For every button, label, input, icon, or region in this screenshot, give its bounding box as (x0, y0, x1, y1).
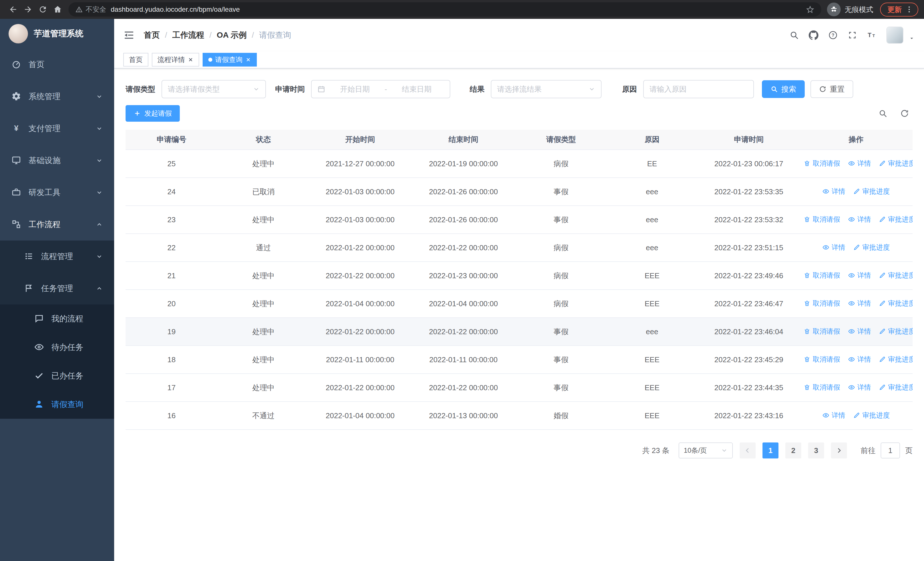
cancel-action-link[interactable]: 取消请假 (804, 271, 840, 280)
cancel-action-link[interactable]: 取消请假 (804, 355, 840, 364)
table-row[interactable]: 23处理中2022-01-03 00:00:002022-01-26 00:00… (126, 206, 913, 234)
sidebar-item-payment[interactable]: ¥ 支付管理 (0, 113, 114, 144)
sidebar-item-process-mgmt[interactable]: 流程管理 (0, 241, 114, 272)
next-page-button[interactable] (831, 442, 847, 459)
end-date-input[interactable]: 结束日期 (389, 84, 444, 94)
detail-action-link[interactable]: 详情 (848, 215, 871, 224)
table-row[interactable]: 24已取消2022-01-03 00:00:002022-01-26 00:00… (126, 177, 913, 206)
tab-home[interactable]: 首页 (123, 53, 148, 66)
reason-input[interactable] (643, 80, 754, 98)
sidebar-item-task-mgmt[interactable]: 任务管理 (0, 272, 114, 304)
cell-status: 处理中 (218, 150, 309, 177)
prev-page-button[interactable] (740, 442, 756, 459)
detail-action-link[interactable]: 详情 (848, 159, 871, 168)
progress-action-link[interactable]: 审批进度 (853, 411, 890, 420)
start-date-input[interactable]: 开始日期 (328, 84, 382, 94)
page-size-select[interactable]: 10条/页 (679, 442, 733, 459)
table-row[interactable]: 22通过2022-01-22 00:00:002022-01-22 00:00:… (126, 234, 913, 262)
github-icon[interactable] (809, 30, 818, 40)
create-leave-button[interactable]: 发起请假 (126, 105, 180, 122)
detail-action-link[interactable]: 详情 (822, 187, 845, 196)
topbar-actions: ? TT (789, 27, 915, 44)
table-row[interactable]: 20处理中2022-01-04 00:00:002022-01-04 00:00… (126, 290, 913, 317)
sidebar-item-devtools[interactable]: 研发工具 (0, 176, 114, 209)
search-button[interactable]: 搜索 (762, 80, 805, 98)
home-icon[interactable] (50, 2, 65, 17)
progress-action-link[interactable]: 审批进度 (879, 271, 913, 280)
progress-action-link[interactable]: 审批进度 (853, 187, 890, 196)
url-bar[interactable]: 不安全 dashboard.yudao.iocoder.cn/bpm/oa/le… (69, 2, 821, 17)
leave-type-select[interactable]: 请选择请假类型 (162, 80, 266, 98)
progress-action-link[interactable]: 审批进度 (879, 383, 913, 392)
breadcrumb-workflow[interactable]: 工作流程 (172, 30, 204, 41)
progress-action-link[interactable]: 审批进度 (853, 243, 890, 252)
security-indicator[interactable]: 不安全 (75, 5, 106, 14)
detail-action-link[interactable]: 详情 (822, 243, 845, 252)
close-icon[interactable] (188, 57, 194, 63)
back-icon[interactable] (6, 2, 21, 17)
detail-action-link[interactable]: 详情 (848, 299, 871, 308)
progress-action-link[interactable]: 审批进度 (879, 299, 913, 308)
close-icon[interactable] (245, 57, 251, 63)
font-size-icon[interactable]: TT (867, 30, 877, 40)
cell-apply-id: 25 (126, 150, 218, 177)
page-button-1[interactable]: 1 (762, 442, 778, 459)
breadcrumb-home[interactable]: 首页 (144, 30, 160, 41)
help-icon[interactable]: ? (828, 30, 838, 40)
sidebar-item-my-process[interactable]: 我的流程 (0, 304, 114, 333)
page-button-2[interactable]: 2 (785, 442, 801, 459)
page-jump-input[interactable] (880, 442, 900, 459)
forward-icon[interactable] (21, 2, 35, 17)
progress-action-link[interactable]: 审批进度 (879, 215, 913, 224)
result-select[interactable]: 请选择流结果 (491, 80, 602, 98)
tab-leave-query[interactable]: 请假查询 (202, 53, 257, 66)
detail-action-link[interactable]: 详情 (848, 355, 871, 364)
app-logo[interactable]: 芋道管理系统 (0, 19, 114, 48)
date-range-picker[interactable]: 开始日期 - 结束日期 (311, 80, 450, 98)
flag-icon (24, 283, 34, 294)
sidebar-item-leave-query[interactable]: 请假查询 (0, 390, 114, 419)
sidebar-item-system[interactable]: 系统管理 (0, 81, 114, 113)
page-button-3[interactable]: 3 (808, 442, 824, 459)
cancel-action-link[interactable]: 取消请假 (804, 299, 840, 308)
cancel-action-link[interactable]: 取消请假 (804, 327, 840, 336)
bookmark-star-icon[interactable] (806, 5, 814, 14)
sidebar-item-workflow[interactable]: 工作流程 (0, 209, 114, 241)
cell-start-time: 2022-01-04 00:00:00 (309, 402, 411, 430)
reload-icon[interactable] (35, 2, 50, 17)
detail-action-link[interactable]: 详情 (848, 271, 871, 280)
collapse-sidebar-icon[interactable] (123, 29, 135, 41)
cancel-action-link[interactable]: 取消请假 (804, 215, 840, 224)
cancel-action-link[interactable]: 取消请假 (804, 383, 840, 392)
tab-process-detail[interactable]: 流程详情 (152, 53, 199, 66)
reset-button[interactable]: 重置 (810, 80, 853, 98)
table-row[interactable]: 17处理中2022-01-22 00:00:002022-01-22 00:00… (126, 374, 913, 402)
progress-action-link[interactable]: 审批进度 (879, 327, 913, 336)
search-icon[interactable] (789, 30, 799, 40)
table-row[interactable]: 18处理中2022-01-11 00:00:002022-01-11 00:00… (126, 346, 913, 374)
sidebar-item-todo-tasks[interactable]: 待办任务 (0, 333, 114, 362)
toggle-search-icon[interactable] (878, 109, 888, 118)
table-row[interactable]: 16不通过2022-01-04 00:00:002022-01-13 00:00… (126, 402, 913, 430)
table-row[interactable]: 21处理中2022-01-22 00:00:002022-01-23 00:00… (126, 262, 913, 290)
caret-down-icon[interactable] (909, 35, 915, 44)
fullscreen-icon[interactable] (848, 30, 857, 40)
breadcrumb-oa-example[interactable]: OA 示例 (217, 30, 247, 41)
sidebar-item-done-tasks[interactable]: 已办任务 (0, 362, 114, 390)
sidebar-item-infra[interactable]: 基础设施 (0, 144, 114, 176)
page-unit-label: 页 (905, 445, 913, 456)
detail-action-link[interactable]: 详情 (848, 327, 871, 336)
progress-action-link[interactable]: 审批进度 (879, 355, 913, 364)
refresh-icon[interactable] (900, 109, 909, 118)
update-chip[interactable]: 更新 (880, 3, 918, 17)
progress-action-link[interactable]: 审批进度 (879, 159, 913, 168)
cell-apply-time: 2022-01-22 23:43:16 (698, 402, 800, 430)
table-row[interactable]: 19处理中2022-01-22 00:00:002022-01-22 00:00… (126, 317, 913, 346)
cancel-action-link[interactable]: 取消请假 (804, 159, 840, 168)
sidebar-item-home[interactable]: 首页 (0, 48, 114, 81)
menu-dots-icon[interactable] (905, 5, 913, 14)
user-avatar[interactable] (886, 27, 903, 44)
detail-action-link[interactable]: 详情 (822, 411, 845, 420)
table-row[interactable]: 25处理中2021-12-27 00:00:002022-01-19 00:00… (126, 150, 913, 177)
detail-action-link[interactable]: 详情 (848, 383, 871, 392)
